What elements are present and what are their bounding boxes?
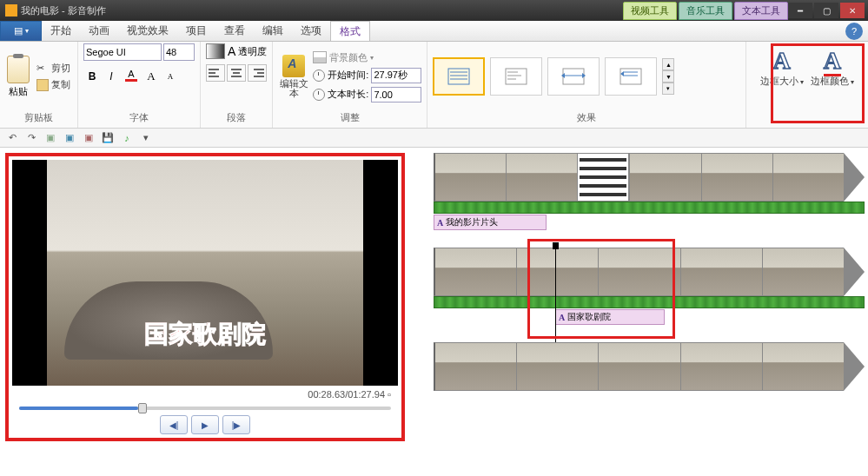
timeline-row-3 bbox=[434, 342, 865, 391]
tab-format[interactable]: 格式 bbox=[330, 21, 370, 41]
preview-panel: 国家歌剧院 00:28.63/01:27.94 ▫ ◀| ▶ |▶ bbox=[0, 148, 430, 476]
gallery-down-button[interactable]: ▼ bbox=[662, 70, 674, 83]
music-tools-tab[interactable]: 音乐工具 bbox=[679, 2, 732, 20]
timeline-panel[interactable]: A 我的影片片头 A 国家歌剧院 bbox=[430, 148, 868, 476]
next-frame-button[interactable]: |▶ bbox=[222, 415, 250, 434]
effect-thumbnail-1[interactable] bbox=[433, 57, 485, 96]
background-color-button[interactable]: 背景颜色 ▾ bbox=[313, 51, 421, 64]
scissors-icon: ✂ bbox=[36, 63, 49, 75]
italic-button[interactable]: I bbox=[103, 68, 120, 85]
clip[interactable] bbox=[598, 342, 679, 391]
redo-button[interactable]: ↷ bbox=[24, 131, 38, 145]
qa-more-button[interactable]: ▾ bbox=[139, 131, 153, 145]
clip[interactable] bbox=[701, 153, 772, 202]
clip[interactable] bbox=[434, 248, 516, 296]
scrubber-thumb[interactable] bbox=[138, 403, 147, 413]
transition-marker[interactable] bbox=[577, 153, 629, 202]
font-size-combo[interactable] bbox=[163, 43, 195, 61]
qa-icon-5[interactable]: ▣ bbox=[82, 131, 96, 145]
qa-icon-3[interactable]: ▣ bbox=[43, 131, 57, 145]
tab-project[interactable]: 项目 bbox=[177, 21, 215, 41]
outline-color-label: 边框颜色 bbox=[811, 76, 854, 86]
play-button[interactable]: ▶ bbox=[191, 415, 219, 434]
audio-track[interactable] bbox=[434, 202, 865, 214]
svg-rect-0 bbox=[448, 69, 469, 84]
clip[interactable] bbox=[772, 153, 844, 202]
ribbon: 粘贴 ✂ 剪切 复制 剪贴板 B I bbox=[0, 42, 868, 129]
prev-frame-button[interactable]: ◀| bbox=[160, 415, 188, 434]
clip[interactable] bbox=[516, 248, 598, 296]
outline-color-button[interactable]: A 边框颜色 bbox=[811, 47, 854, 86]
text-tools-tab[interactable]: 文本工具 bbox=[734, 2, 788, 20]
cut-button[interactable]: ✂ 剪切 bbox=[35, 61, 72, 76]
qa-icon-4[interactable]: ▣ bbox=[63, 131, 76, 145]
tab-animation[interactable]: 动画 bbox=[80, 21, 118, 41]
transparency-button[interactable]: A 透明度 bbox=[206, 43, 267, 59]
minimize-button[interactable]: ━ bbox=[788, 3, 812, 18]
start-time-input[interactable] bbox=[371, 68, 421, 83]
paste-button[interactable]: 粘贴 bbox=[5, 54, 31, 100]
undo-button[interactable]: ↶ bbox=[5, 131, 19, 145]
outline-a-icon: A bbox=[773, 47, 791, 75]
align-right-button[interactable] bbox=[248, 64, 267, 82]
tab-edit[interactable]: 编辑 bbox=[254, 21, 292, 41]
help-icon[interactable]: ? bbox=[845, 23, 863, 40]
font-color-button[interactable]: A bbox=[122, 68, 141, 85]
close-button[interactable]: ✕ bbox=[840, 3, 865, 18]
text-track-item[interactable]: A 我的影片片头 bbox=[434, 215, 547, 230]
clip[interactable] bbox=[434, 342, 516, 391]
caption-overlay: 国家歌剧院 bbox=[144, 318, 266, 351]
outline-size-button[interactable]: A 边框大小 bbox=[760, 47, 804, 86]
playback-controls: ◀| ▶ |▶ bbox=[12, 415, 398, 434]
clip[interactable] bbox=[680, 248, 762, 296]
effect-thumbnail-2[interactable] bbox=[490, 57, 542, 96]
ribbon-tabs: ▤ 开始 动画 视觉效果 项目 查看 编辑 选项 格式 ? bbox=[0, 21, 868, 42]
playhead[interactable] bbox=[555, 244, 556, 342]
tab-options[interactable]: 选项 bbox=[292, 21, 330, 41]
scrubber[interactable] bbox=[19, 407, 391, 410]
align-center-button[interactable] bbox=[227, 64, 246, 82]
audio-track[interactable] bbox=[434, 296, 865, 308]
paint-bucket-icon bbox=[313, 51, 327, 63]
letterbox-left bbox=[12, 160, 47, 386]
align-left-button[interactable] bbox=[206, 64, 225, 82]
maximize-button[interactable]: ▢ bbox=[814, 3, 838, 18]
preview-annotation-box: 国家歌剧院 00:28.63/01:27.94 ▫ ◀| ▶ |▶ bbox=[5, 153, 405, 441]
grow-font-button[interactable]: A bbox=[142, 68, 160, 85]
qa-music-icon[interactable]: ♪ bbox=[120, 131, 134, 145]
copy-button[interactable]: 复制 bbox=[35, 77, 72, 92]
clip[interactable] bbox=[762, 248, 844, 296]
save-button[interactable]: 💾 bbox=[101, 131, 115, 145]
edit-text-button[interactable]: 编辑文本 bbox=[278, 55, 309, 98]
content-area: 国家歌剧院 00:28.63/01:27.94 ▫ ◀| ▶ |▶ bbox=[0, 148, 868, 476]
duration-input[interactable] bbox=[371, 87, 421, 102]
text-track-item[interactable]: A 国家歌剧院 bbox=[555, 309, 665, 325]
adjust-group-label: 调整 bbox=[278, 109, 421, 126]
gallery-up-button[interactable]: ▲ bbox=[662, 58, 674, 70]
clip[interactable] bbox=[762, 342, 844, 391]
effect-thumbnail-4[interactable] bbox=[605, 57, 657, 96]
video-tools-tab[interactable]: 视频工具 bbox=[623, 2, 677, 20]
window-title: 我的电影 - 影音制作 bbox=[21, 4, 623, 17]
gallery-more-button[interactable]: ▾ bbox=[662, 83, 674, 95]
bold-button[interactable]: B bbox=[83, 68, 101, 85]
ribbon-group-paragraph: A 透明度 段落 bbox=[201, 42, 273, 128]
clip[interactable] bbox=[434, 153, 506, 202]
tab-visual-effects[interactable]: 视觉效果 bbox=[118, 21, 177, 41]
timeline-row-1: A 我的影片片头 bbox=[434, 153, 865, 230]
video-preview[interactable]: 国家歌剧院 bbox=[12, 160, 398, 386]
clip[interactable] bbox=[516, 342, 598, 391]
tab-view[interactable]: 查看 bbox=[215, 21, 254, 41]
font-group-label: 字体 bbox=[83, 109, 195, 126]
font-name-combo[interactable] bbox=[83, 43, 162, 61]
clip[interactable] bbox=[629, 153, 700, 202]
file-menu-button[interactable]: ▤ bbox=[0, 21, 42, 41]
svg-rect-12 bbox=[620, 69, 641, 84]
shrink-font-button[interactable]: A bbox=[162, 68, 179, 85]
clip[interactable] bbox=[680, 342, 762, 391]
effect-thumbnail-3[interactable] bbox=[547, 57, 600, 96]
clip[interactable] bbox=[598, 248, 679, 296]
clip[interactable] bbox=[506, 153, 577, 202]
tab-start[interactable]: 开始 bbox=[42, 21, 80, 41]
text-a-icon: A bbox=[437, 218, 443, 228]
